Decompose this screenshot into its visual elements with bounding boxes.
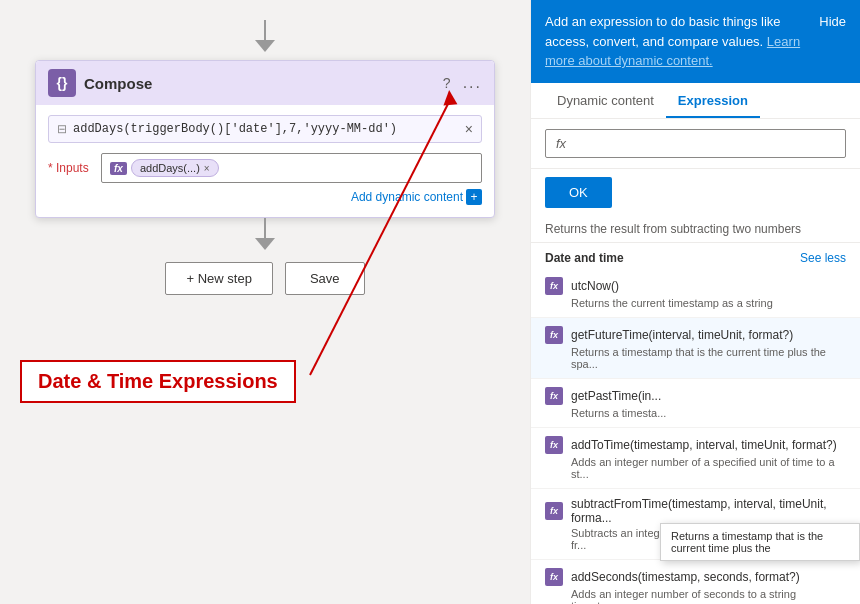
func-desc: Adds an integer number of seconds to a s… <box>545 588 846 605</box>
function-item-addseconds[interactable]: fx addSeconds(timestamp, seconds, format… <box>531 560 860 605</box>
func-name: subtractFromTime(timestamp, interval, ti… <box>571 497 846 525</box>
token-label: addDays(...) <box>140 162 200 174</box>
save-button[interactable]: Save <box>285 262 365 295</box>
func-name: utcNow() <box>571 279 619 293</box>
function-item-getfuturetime[interactable]: fx getFutureTime(interval, timeUnit, for… <box>531 318 860 379</box>
func-icon: fx <box>545 387 563 405</box>
func-icon: fx <box>545 436 563 454</box>
compose-header-right: ? ... <box>443 74 482 92</box>
func-icon: fx <box>545 326 563 344</box>
function-item-top: fx addSeconds(timestamp, seconds, format… <box>545 568 846 586</box>
right-panel: Add an expression to do basic things lik… <box>530 0 860 604</box>
compose-icon: {} <box>48 69 76 97</box>
top-arrow-icon <box>255 40 275 52</box>
token-chip-close[interactable]: × <box>204 163 210 174</box>
compose-header-left: {} Compose <box>48 69 152 97</box>
compose-body: ⊟ addDays(triggerBody()['date'],7,'yyyy-… <box>36 105 494 217</box>
tab-dynamic-content[interactable]: Dynamic content <box>545 83 666 118</box>
expression-bar-icon: ⊟ <box>57 122 67 136</box>
function-item-top: fx utcNow() <box>545 277 846 295</box>
panel-header: Add an expression to do basic things lik… <box>531 0 860 83</box>
panel-description: Add an expression to do basic things lik… <box>545 14 781 49</box>
panel-tabs: Dynamic content Expression <box>531 83 860 119</box>
panel-header-top: Add an expression to do basic things lik… <box>545 12 846 71</box>
func-desc: Adds an integer number of a specified un… <box>545 456 846 480</box>
top-connector-line <box>264 20 266 40</box>
func-icon: fx <box>545 502 563 520</box>
func-desc: Returns a timestamp that is the current … <box>545 346 846 370</box>
fx-badge: fx <box>110 162 127 175</box>
ok-button[interactable]: OK <box>545 177 612 208</box>
add-dynamic-content[interactable]: Add dynamic content + <box>48 189 482 205</box>
expression-bar-close-button[interactable]: × <box>465 121 473 137</box>
compose-more-button[interactable]: ... <box>463 74 482 92</box>
expression-input-box: fx <box>545 129 846 158</box>
new-step-button[interactable]: + New step <box>165 262 272 295</box>
tab-expression[interactable]: Expression <box>666 83 760 118</box>
compose-header: {} Compose ? ... <box>36 61 494 105</box>
function-item-top: fx subtractFromTime(timestamp, interval,… <box>545 497 846 525</box>
token-chip: addDays(...) × <box>131 159 219 177</box>
bottom-connector <box>255 218 275 250</box>
inputs-row: * Inputs fx addDays(...) × <box>48 153 482 183</box>
action-buttons: + New step Save <box>165 262 364 295</box>
func-name: addSeconds(timestamp, seconds, format?) <box>571 570 800 584</box>
expression-input[interactable] <box>572 136 835 151</box>
panel-header-text: Add an expression to do basic things lik… <box>545 12 819 71</box>
inputs-field[interactable]: fx addDays(...) × <box>101 153 482 183</box>
tooltip-overlay: Returns a timestamp that is the current … <box>660 523 860 561</box>
section-header: Date and time See less <box>531 243 860 269</box>
fx-label: fx <box>556 136 566 151</box>
func-name: getPastTime(in... <box>571 389 661 403</box>
bottom-arrow-icon <box>255 238 275 250</box>
function-item-utcnow[interactable]: fx utcNow() Returns the current timestam… <box>531 269 860 318</box>
func-icon: fx <box>545 568 563 586</box>
func-desc: Returns a timesta... <box>545 407 846 419</box>
compose-card: {} Compose ? ... ⊟ addDays(triggerBody()… <box>35 60 495 218</box>
annotation-label: Date & Time Expressions <box>20 360 296 403</box>
functions-area: Returns the result from subtracting two … <box>531 216 860 605</box>
add-dynamic-plus-icon: + <box>466 189 482 205</box>
expression-input-area: fx <box>531 119 860 169</box>
function-item-top: fx getFutureTime(interval, timeUnit, for… <box>545 326 846 344</box>
func-name: addToTime(timestamp, interval, timeUnit,… <box>571 438 837 452</box>
expression-bar: ⊟ addDays(triggerBody()['date'],7,'yyyy-… <box>48 115 482 143</box>
section-title: Date and time <box>545 251 624 265</box>
function-item-top: fx addToTime(timestamp, interval, timeUn… <box>545 436 846 454</box>
subtract-note: Returns the result from subtracting two … <box>531 216 860 243</box>
expression-bar-text: addDays(triggerBody()['date'],7,'yyyy-MM… <box>73 122 465 136</box>
function-item-addtotime[interactable]: fx addToTime(timestamp, interval, timeUn… <box>531 428 860 489</box>
connector-line <box>264 218 266 238</box>
func-desc: Returns the current timestamp as a strin… <box>545 297 846 309</box>
canvas-area: {} Compose ? ... ⊟ addDays(triggerBody()… <box>0 0 530 604</box>
compose-title: Compose <box>84 75 152 92</box>
func-name: getFutureTime(interval, timeUnit, format… <box>571 328 793 342</box>
tooltip-text: Returns a timestamp that is the current … <box>671 530 823 554</box>
add-dynamic-label: Add dynamic content <box>351 190 463 204</box>
function-item-getpasttime[interactable]: fx getPastTime(in... Returns a timesta..… <box>531 379 860 428</box>
compose-help-button[interactable]: ? <box>443 75 451 91</box>
see-less-button[interactable]: See less <box>800 251 846 265</box>
inputs-label: * Inputs <box>48 161 93 175</box>
func-icon: fx <box>545 277 563 295</box>
function-item-top: fx getPastTime(in... <box>545 387 846 405</box>
ok-button-area: OK <box>531 169 860 216</box>
panel-hide-button[interactable]: Hide <box>819 12 846 32</box>
